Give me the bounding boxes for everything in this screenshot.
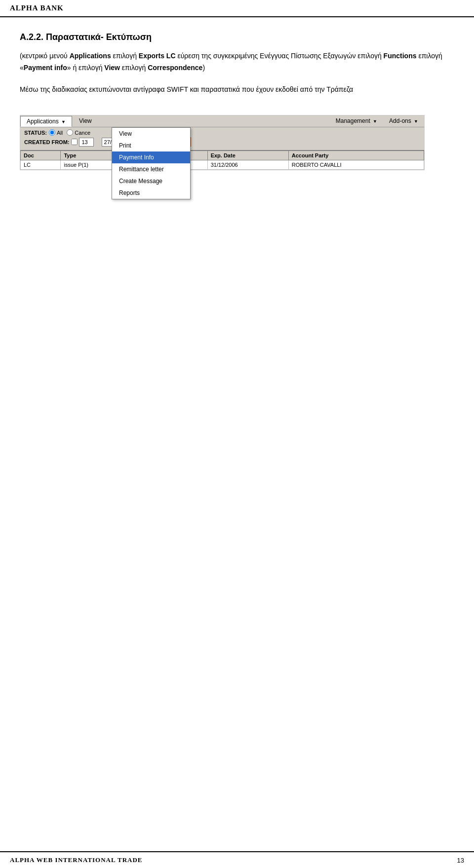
created-from-input[interactable] [79, 138, 94, 147]
status-row: STATUS: All Cance [24, 129, 420, 136]
col-exp-date: Exp. Date [207, 151, 288, 160]
results-table: Doc Type Bank No. Exp. Date Account Part… [20, 151, 424, 170]
applications-label: Applications [27, 118, 59, 125]
bold-view: View [104, 64, 120, 72]
addons-menu-button[interactable]: Add-ons ▼ [383, 116, 424, 126]
cell-doc: LC [21, 160, 61, 170]
footer-title: ALPHA WEB INTERNATIONAL TRADE [10, 856, 142, 864]
radio-cancelled-text: Cance [75, 130, 90, 136]
menu-bar: Applications ▼ View Management ▼ [20, 115, 424, 127]
bold-applications: Applications [70, 52, 111, 60]
table-area: Doc Type Bank No. Exp. Date Account Part… [20, 151, 424, 170]
dropdown-item-reports[interactable]: Reports [112, 187, 190, 199]
bold-correspondence: Correspondence [148, 64, 202, 72]
created-from-row: CREATED FROM: 📅 SUBMIT ▶ [24, 137, 420, 147]
table-body: LC issue P(1) 11 31/12/2006 ROBERTO CAVA… [21, 160, 424, 170]
content-with-dropdown: View Print Payment Info Remittance lette… [20, 127, 424, 170]
bold-exports-lc: Exports LC [139, 52, 176, 60]
radio-all-label[interactable]: All [49, 129, 63, 136]
date-separator [97, 139, 98, 145]
applications-menu-container: Applications ▼ [20, 116, 72, 126]
management-dropdown-arrow: ▼ [373, 119, 377, 124]
applications-dropdown-arrow: ▼ [61, 119, 66, 124]
radio-cancelled-input[interactable] [67, 129, 73, 136]
dropdown-item-payment-info[interactable]: Payment Info [112, 151, 190, 163]
radio-cancelled-label[interactable]: Cance [67, 129, 90, 136]
text-1: επιλογή [111, 52, 139, 60]
management-menu-container: Management ▼ [330, 116, 383, 126]
dropdown-item-remittance[interactable]: Remittance letter [112, 163, 190, 175]
body-paragraph-1: (κεντρικό μενού Applications επιλογή Exp… [20, 50, 454, 74]
addons-label: Add-ons [389, 117, 411, 124]
status-label: STATUS: [24, 130, 47, 136]
text-5: επιλογή [120, 64, 148, 72]
page-header: ALPHA BANK [0, 0, 474, 17]
footer-page-number: 13 [457, 857, 464, 864]
functions-dropdown: View Print Payment Info Remittance lette… [112, 127, 191, 199]
status-radio-group: All Cance [49, 129, 90, 136]
view-label: View [79, 117, 92, 124]
view-menu-container: View [73, 116, 98, 126]
dropdown-item-create-message[interactable]: Create Message [112, 175, 190, 187]
application-screenshot: Applications ▼ View Management ▼ [20, 115, 425, 170]
body-paragraph-2: Μέσω της διαδικασίας εκτυπώνονται αντίγρ… [20, 84, 454, 96]
text-2: εύρεση της συγκεκριμένης Ενέγγυας Πίστωσ… [176, 52, 384, 60]
dropdown-item-print[interactable]: Print [112, 140, 190, 151]
table-header: Doc Type Bank No. Exp. Date Account Part… [21, 151, 424, 160]
applications-menu-button[interactable]: Applications ▼ [20, 116, 72, 127]
main-content: A.2.2. Παραστατικά- Εκτύπωση (κεντρικό μ… [0, 17, 474, 200]
col-account-party: Account Party [288, 151, 424, 160]
view-menu-button[interactable]: View [73, 116, 98, 126]
created-from-label: CREATED FROM: [24, 139, 69, 145]
page-footer: ALPHA WEB INTERNATIONAL TRADE 13 [0, 851, 474, 868]
created-from-checkbox[interactable] [71, 139, 78, 145]
text-4: » ή επιλογή [67, 64, 105, 72]
header-row: Doc Type Bank No. Exp. Date Account Part… [21, 151, 424, 160]
bold-payment-info: Payment info [24, 64, 67, 72]
cell-exp-date: 31/12/2006 [207, 160, 288, 170]
screenshot-container: Applications ▼ View Management ▼ [20, 105, 425, 170]
text-6: ) [202, 64, 205, 72]
addons-dropdown-arrow: ▼ [414, 119, 418, 124]
radio-all-input[interactable] [49, 129, 55, 136]
form-area: STATUS: All Cance [20, 127, 424, 151]
text-prefix: (κεντρικό μενού [20, 52, 70, 60]
table-row[interactable]: LC issue P(1) 11 31/12/2006 ROBERTO CAVA… [21, 160, 424, 170]
col-doc: Doc [21, 151, 61, 160]
section-heading: A.2.2. Παραστατικά- Εκτύπωση [20, 32, 454, 42]
dropdown-item-view[interactable]: View [112, 128, 190, 140]
addons-menu-container: Add-ons ▼ [383, 116, 424, 126]
radio-all-text: All [57, 130, 63, 136]
header-title: ALPHA BANK [10, 4, 64, 12]
bold-functions: Functions [384, 52, 417, 60]
management-label: Management [336, 117, 370, 124]
cell-account-party: ROBERTO CAVALLI [288, 160, 424, 170]
menu-spacer [98, 116, 330, 126]
management-menu-button[interactable]: Management ▼ [330, 116, 383, 126]
